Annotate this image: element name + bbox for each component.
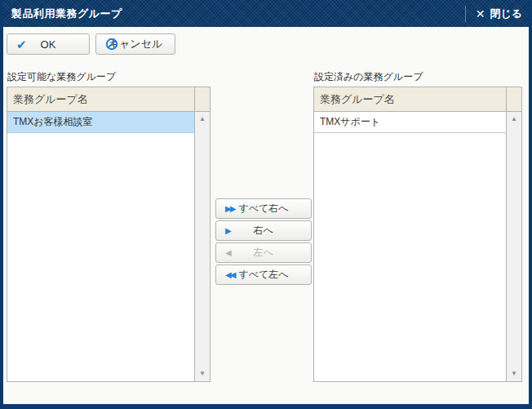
assigned-header-scroll-corner [507, 87, 521, 111]
assigned-column-header[interactable]: 業務グループ名 [314, 87, 507, 111]
assigned-rows-area: TMXサポート [314, 112, 507, 381]
available-header-scroll-corner [195, 87, 210, 111]
assigned-groups-label: 設定済みの業務グループ [314, 70, 423, 84]
move-left-button: ◀ 左へ [215, 242, 312, 263]
available-rows-area: TMXお客様相談室 [7, 112, 195, 381]
assigned-groups-panel: 業務グループ名 TMXサポート ▲ ▼ [313, 87, 522, 382]
move-all-left-button[interactable]: ◀◀ すべて左へ [215, 265, 312, 285]
assigned-groups-header-row: 業務グループ名 [314, 87, 521, 112]
assigned-scrollbar[interactable]: ▲ ▼ [507, 112, 521, 381]
double-right-arrow-icon: ▶▶ [225, 205, 234, 213]
assigned-groups-list: TMXサポート ▲ ▼ [314, 112, 521, 381]
ok-button-label: OK [41, 38, 56, 51]
product-business-group-dialog: 製品利用業務グループ ✕ 閉じる ✔ OK キャンセル 設定可 [0, 0, 532, 409]
close-icon: ✕ [476, 7, 485, 20]
move-all-right-label: すべて右へ [238, 202, 288, 216]
scroll-up-icon[interactable]: ▲ [199, 116, 206, 122]
ok-button[interactable]: ✔ OK [7, 33, 90, 55]
dialog-titlebar: 製品利用業務グループ ✕ 閉じる [0, 0, 532, 27]
available-groups-header-row: 業務グループ名 [7, 87, 210, 112]
titlebar-close-area: ✕ 閉じる [465, 0, 532, 27]
close-button-label: 閉じる [490, 7, 522, 21]
scroll-down-icon[interactable]: ▼ [511, 371, 517, 377]
available-groups-label: 設定可能な業務グループ [7, 70, 116, 84]
right-arrow-icon: ▶ [225, 227, 230, 235]
close-button[interactable]: ✕ 閉じる [476, 7, 522, 21]
list-item-available-0[interactable]: TMXお客様相談室 [7, 112, 194, 133]
move-right-label: 右へ [254, 224, 273, 238]
move-all-right-button[interactable]: ▶▶ すべて右へ [215, 198, 312, 219]
available-groups-list: TMXお客様相談室 ▲ ▼ [7, 112, 210, 381]
dialog-content: ✔ OK キャンセル 設定可能な業務グループ 設定済みの業務グループ 業務グルー… [3, 27, 529, 404]
cancel-button[interactable]: キャンセル [95, 33, 175, 55]
available-column-header[interactable]: 業務グループ名 [7, 87, 195, 111]
available-scrollbar[interactable]: ▲ ▼ [195, 112, 210, 381]
scroll-down-icon[interactable]: ▼ [199, 371, 206, 377]
move-left-label: 左へ [254, 246, 273, 260]
cancel-icon [105, 38, 118, 51]
move-all-left-label: すべて左へ [238, 268, 288, 282]
list-item-assigned-0[interactable]: TMXサポート [314, 112, 506, 133]
titlebar-divider [465, 6, 466, 22]
dialog-title: 製品利用業務グループ [0, 7, 122, 21]
available-groups-panel: 業務グループ名 TMXお客様相談室 ▲ ▼ [7, 87, 211, 382]
check-icon: ✔ [16, 38, 27, 51]
double-left-arrow-icon: ◀◀ [225, 271, 234, 279]
transfer-button-group: ▶▶ すべて右へ ▶ 右へ ◀ 左へ ◀◀ すべて左へ [215, 198, 312, 285]
left-arrow-icon: ◀ [225, 249, 230, 257]
move-right-button[interactable]: ▶ 右へ [215, 220, 312, 241]
scroll-up-icon[interactable]: ▲ [511, 116, 517, 122]
